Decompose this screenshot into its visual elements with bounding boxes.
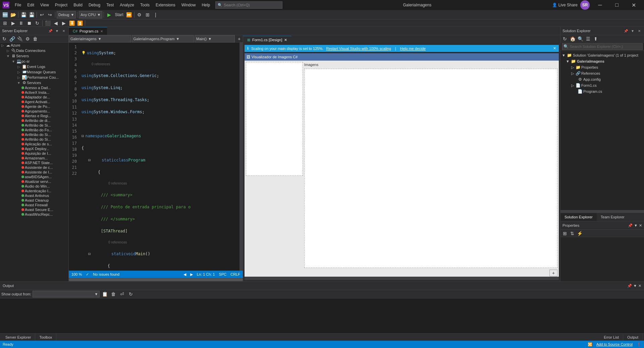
form-hscrollbar[interactable] xyxy=(245,277,559,280)
se-refresh-icon[interactable]: ↻ xyxy=(1,35,8,43)
tree-servers[interactable]: ▼ 🖥 Servers xyxy=(0,53,68,59)
undo-icon[interactable]: ↩ xyxy=(38,11,46,18)
code-text-area[interactable]: 💡using System; 0 references using System… xyxy=(79,43,239,271)
tab-solution-explorer[interactable]: Solution Explorer xyxy=(560,213,597,221)
service-list-item[interactable]: Aplicação de s... xyxy=(0,142,68,146)
pcsr-expander[interactable]: ▼ xyxy=(11,60,16,63)
menu-build[interactable]: Build xyxy=(71,2,85,8)
sol-filter-icon[interactable]: ☰ xyxy=(584,35,592,43)
sol-home-icon[interactable]: 🏠 xyxy=(569,35,576,43)
service-list-item[interactable]: Anfitrião do Si... xyxy=(0,132,68,137)
menu-analyze[interactable]: Analyze xyxy=(117,2,137,8)
se-delete-icon[interactable]: 🗑 xyxy=(32,35,39,43)
toolbar-extra1[interactable]: ⚙ xyxy=(136,11,143,18)
sol-solution-expander[interactable]: ▼ xyxy=(562,53,566,57)
service-list-item[interactable]: Anfitrião de Si... xyxy=(0,123,68,128)
tree-data-connections[interactable]: ▷ 🔌 Data Connections xyxy=(0,48,68,53)
redo-icon[interactable]: ↪ xyxy=(46,11,54,18)
tree-message-queues[interactable]: ▷ 📨 Message Queues xyxy=(0,69,68,75)
tree-pc-sr[interactable]: ▼ 💻 pc-sr xyxy=(0,59,68,64)
output-dropdown-icon[interactable]: ▼ xyxy=(633,284,637,288)
sol-form1-expander[interactable]: ▷ xyxy=(571,83,574,88)
run-label[interactable]: Start xyxy=(113,12,124,17)
form-window-preview[interactable]: 🖼 Visualizador de Imagens C# Imagens xyxy=(245,53,559,277)
service-list-item[interactable]: Anfitrião do Si... xyxy=(0,137,68,142)
minimize-button[interactable]: ─ xyxy=(592,0,608,10)
service-list-item[interactable]: Autenticação I... xyxy=(0,189,68,193)
menu-project[interactable]: Project xyxy=(52,2,70,8)
sol-close-icon[interactable]: ✕ xyxy=(637,28,642,33)
code-editor-scrollbar[interactable] xyxy=(239,43,243,271)
form1-design-close[interactable]: ✕ xyxy=(284,38,287,42)
help-decide-link[interactable]: Help me decide xyxy=(400,47,426,51)
maximize-button[interactable]: □ xyxy=(609,0,625,10)
service-list-item[interactable]: ActiveX Insta... xyxy=(0,90,68,95)
props-grid-icon[interactable]: ⊞ xyxy=(561,230,569,237)
btm-tab-error-list[interactable]: Error List xyxy=(600,334,623,341)
sol-programcs-node[interactable]: 📄 Program.cs xyxy=(560,88,644,94)
service-list-item[interactable]: ASP.NET State... xyxy=(0,160,68,165)
tab-program-cs-close[interactable]: ✕ xyxy=(100,29,103,33)
class-dropdown[interactable]: GaleriaImagens.Program ▼ xyxy=(132,35,194,43)
service-list-item[interactable]: Avast Antivirus xyxy=(0,193,68,198)
svc-expander[interactable]: ▼ xyxy=(16,81,21,85)
code-hscrollbar[interactable] xyxy=(69,278,243,281)
props-sort-icon[interactable]: ⇅ xyxy=(569,230,576,237)
form-add-button[interactable]: + xyxy=(549,270,557,276)
form-picturebox-control[interactable] xyxy=(304,69,557,268)
mq-expander[interactable]: ▷ xyxy=(16,70,21,74)
source-control-label[interactable]: Add to Source Control xyxy=(596,342,633,346)
dc-expander[interactable]: ▷ xyxy=(5,49,11,53)
se-connect-icon[interactable]: 🔗 xyxy=(8,35,16,43)
se-dropdown-icon[interactable]: ▼ xyxy=(54,28,60,33)
close-button[interactable]: ✕ xyxy=(626,0,641,10)
service-list-item[interactable]: Atualizar servi... xyxy=(0,179,68,184)
menu-help[interactable]: Help xyxy=(199,2,213,8)
global-search[interactable]: 🔍 Search (Ctrl+Q) xyxy=(215,1,282,9)
menu-view[interactable]: View xyxy=(38,2,52,8)
menu-tools[interactable]: Tools xyxy=(138,2,152,8)
tree-event-logs[interactable]: ▷ 📋 Event Logs xyxy=(0,64,68,69)
sol-hscrollbar[interactable] xyxy=(560,210,644,213)
sol-appconfig-node[interactable]: ⚙ App.config xyxy=(560,76,644,82)
tab-form1-design[interactable]: ⊞ Form1.cs [Design] ✕ xyxy=(243,36,291,44)
sol-references-node[interactable]: ▷ 🔗 References xyxy=(560,70,644,76)
open-icon[interactable]: 📂 xyxy=(9,11,17,18)
output-clear-icon[interactable]: 🗑 xyxy=(110,290,117,298)
service-list-item[interactable]: Armazenam... xyxy=(0,156,68,160)
sol-sync-icon[interactable]: ↻ xyxy=(561,35,569,43)
azure-expander[interactable]: ▷ xyxy=(0,44,5,47)
btm-tab-toolbox[interactable]: Toolbox xyxy=(35,334,56,341)
service-list-item[interactable]: AvastWscRepc... xyxy=(0,212,68,217)
nav-next-icon[interactable]: ▶ xyxy=(190,272,193,277)
sol-collapse-icon[interactable]: ⬆ xyxy=(592,35,599,43)
tree-perf-counters[interactable]: ▷ 📊 Performance Cou... xyxy=(0,75,68,80)
debug-config-dropdown[interactable]: Debug ▼ xyxy=(57,11,76,18)
run-icon[interactable]: ▶ xyxy=(105,11,113,18)
se-close-icon[interactable]: ✕ xyxy=(61,28,66,33)
output-copy-icon[interactable]: 📋 xyxy=(101,290,108,298)
se-filter-icon[interactable]: 🔌 xyxy=(16,35,23,43)
restart-link[interactable]: Restart Visual Studio with 100% scaling xyxy=(326,47,391,51)
sol-search-box[interactable]: 🔍 Search Solution Explorer (Ctrl+;) xyxy=(562,43,643,50)
t2-btn8[interactable]: ▶ xyxy=(60,19,67,27)
tab-team-explorer[interactable]: Team Explorer xyxy=(597,213,629,221)
form-listbox-control[interactable] xyxy=(246,62,303,176)
new-project-icon[interactable]: 🆕 xyxy=(1,11,9,18)
user-avatar[interactable]: SR xyxy=(580,0,590,10)
sol-properties-expander[interactable]: ▷ xyxy=(571,65,574,70)
tab-program-cs[interactable]: C# Program.cs ✕ xyxy=(69,27,107,35)
save-icon[interactable]: 💾 xyxy=(20,11,27,18)
menu-file[interactable]: File xyxy=(12,2,24,8)
service-list-item[interactable]: Anfitrião de di... xyxy=(0,118,68,123)
menu-window[interactable]: Window xyxy=(179,2,199,8)
servers-expander[interactable]: ▼ xyxy=(5,54,11,58)
props-close-icon[interactable]: ✕ xyxy=(639,223,642,228)
sol-form1-node[interactable]: ▷ 📄 Form1.cs xyxy=(560,82,644,88)
service-list-item[interactable]: Avast Cleanup xyxy=(0,198,68,203)
t2-btn3[interactable]: ⏸ xyxy=(17,19,25,27)
sol-properties-node[interactable]: ▷ 📁 Properties xyxy=(560,64,644,70)
service-list-item[interactable]: Assistente de c... xyxy=(0,165,68,170)
pin-icon[interactable]: 📌 xyxy=(48,28,53,33)
service-list-item[interactable]: Agrupamento... xyxy=(0,109,68,114)
